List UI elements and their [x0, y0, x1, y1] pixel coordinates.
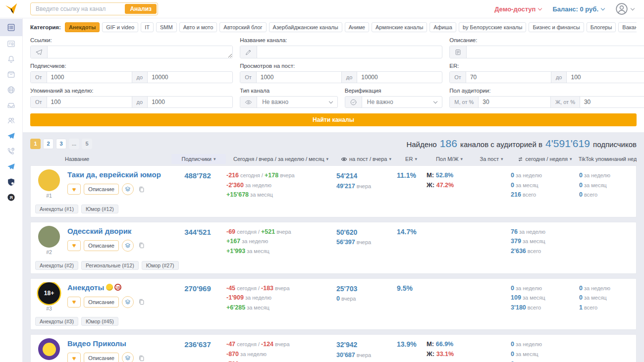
heart-icon: ♥: [72, 355, 76, 362]
verification-select[interactable]: Не важно: [345, 96, 443, 108]
stats-button[interactable]: [122, 296, 134, 308]
description-button[interactable]: Описание: [84, 297, 119, 308]
category-chip[interactable]: Афиша: [429, 22, 456, 32]
copy-icon[interactable]: [138, 186, 145, 193]
page-button-5[interactable]: 5: [82, 139, 92, 149]
find-channels-button[interactable]: Найти каналы: [30, 113, 637, 126]
page-button-3[interactable]: 3: [56, 139, 66, 149]
category-chip[interactable]: Бизнес и финансы: [529, 22, 584, 32]
views-from-input[interactable]: [257, 72, 341, 83]
category-tag[interactable]: Анекдоты (#1): [35, 205, 78, 213]
channel-avatar[interactable]: [38, 338, 60, 360]
favorite-button[interactable]: ♥: [67, 240, 81, 251]
chevron-down-icon: [326, 97, 337, 107]
sidebar-item-catalog[interactable]: [0, 19, 22, 36]
description-button[interactable]: Описание: [84, 240, 119, 251]
user-menu[interactable]: [615, 2, 634, 15]
from-label: От: [240, 72, 257, 83]
channel-title-link[interactable]: Анекдоты18: [67, 283, 121, 292]
laughing-emoji-icon: [106, 284, 113, 291]
channel-type-select[interactable]: Не важно: [240, 96, 338, 108]
stats-button[interactable]: [122, 240, 134, 252]
sidebar-item-ratings[interactable]: [0, 36, 22, 52]
balance-menu[interactable]: Баланс: 0 руб.: [552, 5, 604, 13]
category-chip[interactable]: SMM: [156, 22, 177, 32]
subscribers-from-input[interactable]: [47, 72, 132, 83]
category-chip[interactable]: Авто и мото: [179, 22, 217, 32]
search-input[interactable]: [32, 5, 125, 12]
subscribers-to-input[interactable]: [148, 72, 232, 83]
sidebar-item-privacy[interactable]: [0, 174, 22, 190]
links-input[interactable]: [48, 46, 232, 58]
category-chip[interactable]: Анекдоты: [65, 22, 100, 32]
column-header-2[interactable]: Подписчики▾: [171, 154, 226, 164]
er-from-input[interactable]: [466, 72, 551, 83]
copy-icon[interactable]: [138, 355, 145, 362]
sidebar-item-telegram[interactable]: [0, 128, 22, 144]
er-to-input[interactable]: [567, 72, 644, 83]
category-chip[interactable]: Азербайджанские каналы: [269, 22, 342, 32]
sidebar-item-telegram-alt[interactable]: [0, 159, 22, 174]
description-button[interactable]: Описание: [84, 184, 119, 195]
category-chip[interactable]: Блогеры: [587, 22, 616, 32]
favorite-button[interactable]: ♥: [67, 184, 81, 195]
column-header-7[interactable]: За пост▾: [473, 154, 510, 164]
category-chip[interactable]: by Белорусские каналы: [459, 22, 527, 32]
page-button-1[interactable]: 1: [30, 139, 41, 149]
stats-button[interactable]: [122, 352, 134, 362]
category-tag[interactable]: Юмор (#27): [142, 261, 179, 270]
female-percent-input[interactable]: [580, 97, 644, 107]
sidebar-item-notifications[interactable]: [0, 52, 22, 67]
category-chip[interactable]: Авторский блог: [219, 22, 266, 32]
sidebar-item-audience[interactable]: [0, 113, 22, 128]
column-header-8[interactable]: сегодня / неделя▾: [510, 154, 579, 164]
category-tag[interactable]: Юмор (#45): [81, 317, 118, 326]
column-header-5[interactable]: ER▾: [396, 154, 426, 164]
channel-name-input[interactable]: [257, 46, 442, 58]
copy-icon[interactable]: [138, 298, 145, 306]
sidebar-item-inbox[interactable]: [0, 98, 22, 113]
heart-icon: ♥: [72, 298, 76, 306]
channels-table: НазваниеПодписчики▾Сегодня / вчера / за …: [23, 154, 644, 362]
channel-avatar[interactable]: 18+: [38, 282, 60, 304]
page-button-2[interactable]: 2: [43, 139, 54, 149]
column-header-6[interactable]: Пол М/Ж▾: [426, 154, 473, 164]
found-label: Найдено: [406, 140, 436, 149]
channel-avatar[interactable]: [38, 169, 60, 191]
male-percent-input[interactable]: [479, 97, 550, 107]
description-input[interactable]: [467, 46, 644, 58]
channel-avatar[interactable]: [38, 226, 60, 248]
category-tag[interactable]: Юмор (#12): [81, 205, 118, 213]
description-button[interactable]: Описание: [84, 353, 119, 362]
category-tag[interactable]: Анекдоты (#2): [35, 261, 78, 270]
category-chip[interactable]: Аниме: [345, 22, 369, 32]
mentions-from-input[interactable]: [47, 97, 132, 107]
column-header-4[interactable]: на пост / вчера▾: [336, 154, 396, 164]
favorite-button[interactable]: ♥: [67, 353, 81, 362]
sidebar-item-yandex[interactable]: Я: [0, 190, 22, 205]
channel-title-link[interactable]: Таки да, еврейский юмор: [67, 170, 161, 179]
category-chip[interactable]: Армянские каналы: [372, 22, 427, 32]
sidebar-item-web[interactable]: [0, 82, 22, 98]
description-field: Описание:: [449, 37, 644, 58]
app-logo-icon[interactable]: [0, 3, 23, 15]
category-tag[interactable]: Анекдоты (#3): [35, 317, 78, 326]
sidebar-item-archive[interactable]: [0, 67, 22, 82]
copy-icon[interactable]: [138, 242, 145, 249]
demo-access-menu[interactable]: Демо-доступ: [494, 5, 541, 13]
category-chip[interactable]: GIF и video: [102, 22, 138, 32]
channel-title-link[interactable]: Видео Приколы: [67, 339, 126, 348]
column-header-3[interactable]: Сегодня / вчера / за неделю / месяц▾: [226, 154, 336, 164]
stats-button[interactable]: [122, 183, 134, 195]
category-chip[interactable]: Вакансии: [618, 22, 637, 32]
favorite-button[interactable]: ♥: [67, 297, 81, 308]
analyze-button[interactable]: Анализ: [125, 4, 157, 14]
category-tag[interactable]: Региональные (#12): [81, 261, 139, 270]
views-to-input[interactable]: [357, 72, 442, 83]
channel-title-link[interactable]: Одесский дворик: [67, 227, 131, 235]
demo-access-label: Демо-доступ: [494, 5, 536, 13]
category-chip[interactable]: IT: [141, 22, 154, 32]
mentions-to-input[interactable]: [148, 97, 232, 107]
column-header-9: TikTok упоминаний нед: [579, 154, 637, 164]
sidebar-item-callback[interactable]: [0, 144, 22, 159]
